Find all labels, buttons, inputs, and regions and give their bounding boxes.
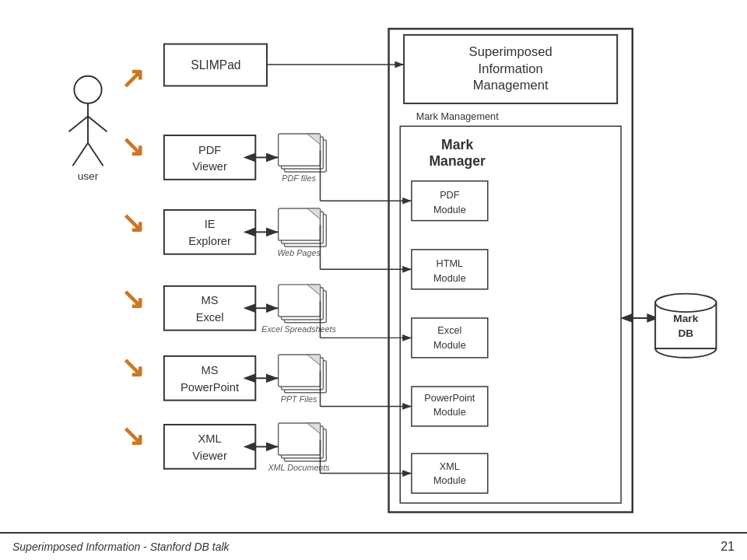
svg-text:Module: Module [433,406,466,418]
svg-text:Module: Module [433,339,466,351]
user-label: user [78,170,99,182]
svg-text:↗: ↗ [121,61,145,94]
svg-text:PowerPoint: PowerPoint [424,392,475,404]
svg-text:PDF: PDF [198,144,221,156]
slimpad-label: SLIMPad [191,58,240,72]
web-pages-label: Web Pages [277,248,321,257]
svg-text:XML: XML [440,460,460,472]
svg-text:Information: Information [479,61,543,76]
xml-files-icon [279,423,327,461]
svg-text:Explorer: Explorer [188,235,231,247]
svg-text:PowerPoint: PowerPoint [181,381,239,394]
ppt-files-icon [279,355,327,393]
svg-line-4 [72,143,88,166]
svg-text:Viewer: Viewer [192,450,227,462]
markdb-label-db: DB [678,327,693,339]
svg-line-3 [88,117,107,132]
svg-text:Module: Module [433,272,466,284]
svg-text:↘: ↘ [121,206,145,239]
svg-text:XML: XML [198,432,221,445]
svg-text:MS: MS [202,294,219,306]
svg-line-2 [69,117,88,132]
svg-text:Management: Management [473,78,549,93]
markdb-label-mark: Mark [673,313,698,324]
svg-text:↘: ↘ [121,419,145,452]
svg-text:MS: MS [202,364,219,376]
slide-container: user ↗ ↘ ↘ ↘ ↘ ↘ SLIMPad PDF Viewer IE E… [0,0,747,560]
svg-text:↘: ↘ [121,282,145,315]
pdf-viewer-box [164,135,255,180]
svg-text:Superimposed: Superimposed [469,44,552,59]
svg-text:Excel: Excel [196,311,224,324]
excel-files-label: Excel Spreadsheets [261,324,336,334]
web-pages-icon [279,208,327,247]
svg-text:IE: IE [205,218,216,230]
mark-management-label: Mark Management [416,110,500,122]
svg-text:Manager: Manager [429,153,486,169]
svg-point-0 [74,76,101,103]
pdf-files-label: PDF files [282,173,316,183]
mark-manager-title: Mark [441,137,473,152]
footer-left-text: Superimposed Information - Stanford DB t… [12,541,230,553]
xml-viewer-box [164,425,255,469]
svg-text:↘: ↘ [121,351,145,383]
diagram-svg: user ↗ ↘ ↘ ↘ ↘ ↘ SLIMPad PDF Viewer IE E… [16,16,731,544]
svg-line-5 [88,143,103,166]
ms-powerpoint-box [164,356,255,401]
svg-text:HTML: HTML [437,257,464,269]
svg-text:↘: ↘ [121,130,145,163]
excel-files-icon [279,285,327,323]
svg-text:Viewer: Viewer [192,160,227,173]
ppt-files-label: PPT Files [281,394,317,404]
slide-number: 21 [721,540,735,554]
svg-text:Module: Module [433,204,466,215]
pdf-files-icon [279,134,327,172]
markdb-top [655,294,716,312]
ms-excel-box [164,286,255,331]
svg-text:PDF: PDF [440,189,460,201]
svg-text:Module: Module [433,474,466,486]
bottom-bar: Superimposed Information - Stanford DB t… [0,532,747,560]
ie-explorer-box [164,210,255,254]
svg-text:Excel: Excel [437,324,461,336]
